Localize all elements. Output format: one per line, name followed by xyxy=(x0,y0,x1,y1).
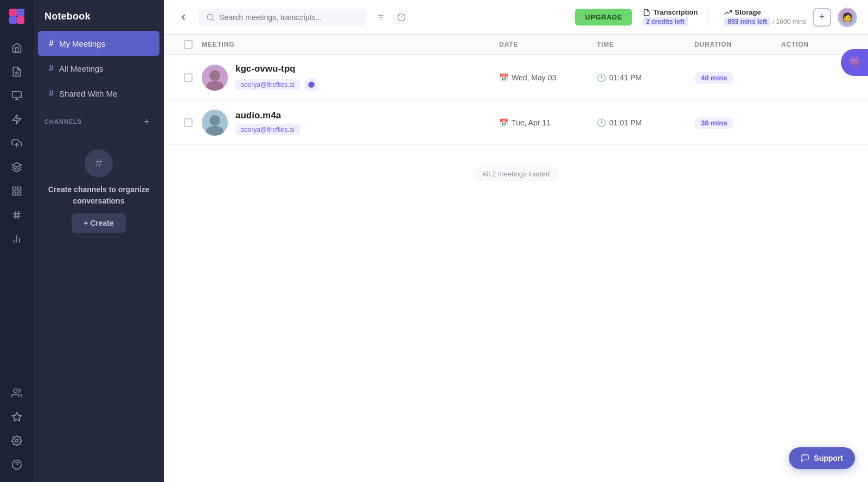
channels-header: CHANNELS + xyxy=(34,106,164,133)
duration-badge: 40 mins xyxy=(694,72,733,84)
duration-badge: 38 mins xyxy=(694,117,733,129)
meeting-tag-email: soorya@fireflies.ai xyxy=(235,79,300,90)
search-bar xyxy=(199,9,366,26)
search-input[interactable] xyxy=(219,13,359,22)
analytics-nav-btn[interactable] xyxy=(6,228,28,250)
user-avatar[interactable]: 🧑 xyxy=(838,8,857,27)
svg-rect-6 xyxy=(12,92,22,98)
main-wrapper: UPGRADE Transcription 2 credits left Sto… xyxy=(164,0,868,482)
search-icon xyxy=(206,13,215,22)
meeting-date: 📅 Wed, May 03 xyxy=(499,73,597,82)
meeting-avatar xyxy=(202,110,228,136)
create-channel-btn[interactable]: + Create xyxy=(72,213,126,233)
svg-point-39 xyxy=(308,81,315,88)
svg-marker-11 xyxy=(12,163,22,167)
team-nav-btn[interactable] xyxy=(6,382,28,404)
col-action: ACTION xyxy=(781,41,857,48)
home-nav-btn[interactable] xyxy=(6,37,28,59)
svg-marker-9 xyxy=(13,115,21,124)
date-value: Tue, Apr 11 xyxy=(512,118,551,127)
clock-icon: 🕐 xyxy=(597,118,606,127)
help-nav-btn[interactable] xyxy=(6,454,28,475)
svg-rect-13 xyxy=(18,187,21,191)
filter-btn[interactable] xyxy=(373,9,389,26)
table-header: MEETING DATE TIME DURATION ACTION xyxy=(164,35,868,55)
calendar-icon: 📅 xyxy=(499,118,508,127)
sidebar-item-all-meetings[interactable]: # All Meetings xyxy=(38,56,159,81)
svg-rect-15 xyxy=(18,192,21,195)
back-button[interactable] xyxy=(175,9,192,26)
lightning-nav-btn[interactable] xyxy=(6,109,28,130)
notification-bubble[interactable] xyxy=(841,49,868,76)
svg-rect-3 xyxy=(17,16,24,24)
loaded-container: All 2 meetings loaded xyxy=(164,145,868,203)
storage-used: 893 mins left xyxy=(724,17,770,26)
hash-icon-shared: # xyxy=(49,88,54,98)
layers-nav-btn[interactable] xyxy=(6,156,28,178)
meeting-tag-icon xyxy=(304,78,318,92)
time-value: 01:01 PM xyxy=(609,118,642,127)
meeting-time: 🕐 01:41 PM xyxy=(597,73,694,82)
calendar-icon: 📅 xyxy=(499,73,508,82)
info-btn[interactable] xyxy=(393,9,410,26)
transcription-stat: Transcription 2 credits left xyxy=(643,8,698,26)
hash-icon-all-meetings: # xyxy=(49,64,54,73)
svg-line-29 xyxy=(212,19,214,21)
meeting-tags: soorya@fireflies.ai xyxy=(235,78,318,92)
grid-nav-btn[interactable] xyxy=(6,180,28,202)
meetings-table: MEETING DATE TIME DURATION ACTION xyxy=(164,35,868,482)
sidebar-label-shared: Shared With Me xyxy=(59,89,118,98)
meeting-title: audio.m4a xyxy=(235,110,300,121)
storage-label: Storage xyxy=(735,8,761,16)
svg-line-18 xyxy=(15,211,16,219)
upgrade-button[interactable]: UPGRADE xyxy=(575,9,632,26)
svg-rect-14 xyxy=(13,192,16,195)
col-duration: DURATION xyxy=(694,41,781,48)
sidebar-item-my-meetings[interactable]: # My Meetings xyxy=(38,31,159,56)
storage-total: / 1600 mins xyxy=(773,18,806,26)
sidebar-label-my-meetings: My Meetings xyxy=(59,39,105,48)
support-label: Support xyxy=(814,454,843,462)
icon-sidebar xyxy=(0,0,34,482)
app-logo[interactable] xyxy=(7,7,27,26)
add-channel-btn[interactable]: + xyxy=(141,116,153,128)
time-value: 01:41 PM xyxy=(609,73,642,82)
channels-empty-state: # Create channels to organize conversati… xyxy=(34,133,164,244)
add-meeting-btn[interactable]: + xyxy=(813,8,831,27)
main-content: UPGRADE Transcription 2 credits left Sto… xyxy=(164,0,868,482)
hash-icon-my-meetings: # xyxy=(49,39,54,48)
transcription-label: Transcription xyxy=(653,8,698,16)
avatar-image: 🧑 xyxy=(839,9,856,26)
row-checkbox-cell xyxy=(175,73,202,82)
svg-rect-1 xyxy=(17,9,24,16)
favorites-nav-btn[interactable] xyxy=(6,406,28,428)
meeting-tag-email: soorya@fireflies.ai xyxy=(235,124,300,135)
avatar-img xyxy=(202,65,228,91)
table-row[interactable]: kgc-ovwu-tpq soorya@fireflies.ai 📅 Wed, … xyxy=(164,55,868,101)
table-row[interactable]: audio.m4a soorya@fireflies.ai 📅 Tue, Apr… xyxy=(164,101,868,145)
settings-nav-btn[interactable] xyxy=(6,430,28,452)
row-checkbox[interactable] xyxy=(184,73,193,82)
select-all-checkbox[interactable] xyxy=(184,40,193,49)
transcription-sub: 2 credits left xyxy=(643,17,688,26)
meeting-details: kgc-ovwu-tpq soorya@fireflies.ai xyxy=(235,64,318,92)
notes-nav-btn[interactable] xyxy=(6,61,28,83)
channels-empty-text: Create channels to organize conversation… xyxy=(44,184,153,207)
meeting-info: kgc-ovwu-tpq soorya@fireflies.ai xyxy=(202,64,499,92)
meeting-duration: 40 mins xyxy=(694,72,781,84)
meeting-info: audio.m4a soorya@fireflies.ai xyxy=(202,110,499,136)
date-value: Wed, May 03 xyxy=(512,73,556,82)
row-checkbox[interactable] xyxy=(184,118,193,127)
sidebar-title: Notebook xyxy=(34,0,164,31)
channels-nav-btn[interactable] xyxy=(6,204,28,226)
meeting-title: kgc-ovwu-tpq xyxy=(235,64,318,74)
svg-line-19 xyxy=(18,211,19,219)
screen-nav-btn[interactable] xyxy=(6,85,28,106)
svg-point-25 xyxy=(16,440,18,442)
sidebar-item-shared-with-me[interactable]: # Shared With Me xyxy=(38,81,159,106)
svg-point-23 xyxy=(14,389,17,393)
all-loaded-message: All 2 meetings loaded xyxy=(473,167,559,181)
upload-nav-btn[interactable] xyxy=(6,132,28,154)
support-button[interactable]: Support xyxy=(789,447,855,469)
meeting-tags: soorya@fireflies.ai xyxy=(235,124,300,135)
